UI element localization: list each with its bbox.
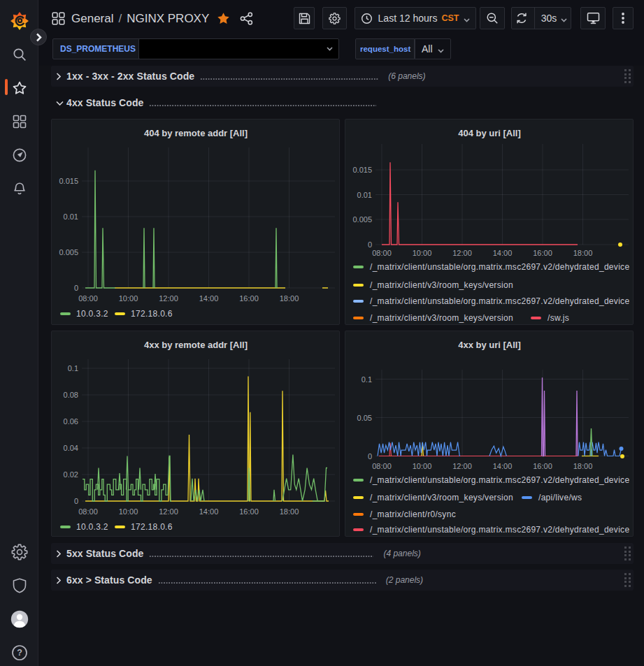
svg-text:14:00: 14:00	[199, 507, 219, 516]
svg-text:12:00: 12:00	[159, 294, 178, 303]
svg-text:10.0.3.2: 10.0.3.2	[76, 522, 108, 532]
svg-text:0.1: 0.1	[362, 375, 372, 384]
svg-text:/api/live/ws: /api/live/ws	[538, 493, 582, 502]
svg-text:08:00: 08:00	[78, 507, 98, 516]
svg-text:/_matrix/client/r0/sync: /_matrix/client/r0/sync	[370, 509, 456, 519]
svg-text:404 by remote addr [All]: 404 by remote addr [All]	[144, 128, 248, 138]
svg-text:0.05: 0.05	[357, 414, 372, 422]
svg-text:/_matrix/client/v3/room_keys/v: /_matrix/client/v3/room_keys/version	[370, 493, 513, 502]
svg-text:?: ?	[17, 648, 22, 658]
svg-text:404 by uri [All]: 404 by uri [All]	[458, 128, 521, 138]
svg-text:16:00: 16:00	[239, 294, 259, 303]
svg-text:/_matrix/client/v3/room_keys/v: /_matrix/client/v3/room_keys/version	[370, 280, 513, 290]
svg-text:/_matrix/client/unstable/org.m: /_matrix/client/unstable/org.matrix.msc2…	[370, 296, 629, 306]
svg-text:16:00: 16:00	[533, 462, 552, 470]
svg-text:/_matrix/client/unstable/org.m: /_matrix/client/unstable/org.matrix.msc2…	[370, 525, 629, 535]
svg-text:08:00: 08:00	[78, 294, 98, 303]
svg-text:08:00: 08:00	[372, 249, 392, 257]
svg-text:12:00: 12:00	[452, 249, 472, 257]
svg-text:08:00: 08:00	[372, 462, 392, 470]
svg-text:4xx by remote addr [All]: 4xx by remote addr [All]	[144, 340, 248, 350]
svg-text:18:00: 18:00	[280, 294, 299, 303]
svg-text:12:00: 12:00	[159, 507, 178, 516]
svg-text:0.015: 0.015	[59, 177, 78, 185]
svg-text:0.02: 0.02	[64, 470, 78, 479]
svg-text:0: 0	[74, 284, 78, 292]
svg-text:12:00: 12:00	[452, 462, 472, 470]
svg-text:10:00: 10:00	[119, 294, 138, 303]
svg-text:18:00: 18:00	[573, 462, 593, 470]
svg-text:/_matrix/client/unstable/org.m: /_matrix/client/unstable/org.matrix.msc2…	[370, 262, 629, 272]
svg-text:14:00: 14:00	[493, 462, 513, 470]
svg-text:0.005: 0.005	[59, 248, 78, 256]
svg-text:16:00: 16:00	[533, 249, 552, 257]
svg-text:0.06: 0.06	[64, 417, 78, 426]
svg-text:18:00: 18:00	[573, 249, 593, 257]
svg-text:0.01: 0.01	[357, 191, 372, 199]
svg-text:10.0.3.2: 10.0.3.2	[76, 309, 108, 319]
svg-text:0.08: 0.08	[64, 391, 78, 399]
svg-text:0: 0	[368, 240, 372, 249]
svg-text:0: 0	[74, 497, 78, 505]
svg-text:172.18.0.6: 172.18.0.6	[131, 522, 173, 532]
svg-text:0.01: 0.01	[64, 212, 78, 221]
svg-text:/_matrix/client/unstable/org.m: /_matrix/client/unstable/org.matrix.msc2…	[370, 475, 629, 485]
svg-text:172.18.0.6: 172.18.0.6	[131, 309, 173, 319]
svg-text:/_matrix/client/v3/room_keys/v: /_matrix/client/v3/room_keys/version	[370, 313, 513, 323]
svg-text:14:00: 14:00	[493, 249, 513, 257]
svg-text:18:00: 18:00	[280, 507, 299, 516]
svg-text:10:00: 10:00	[119, 507, 138, 516]
svg-text:10:00: 10:00	[413, 462, 432, 470]
svg-text:16:00: 16:00	[239, 507, 259, 516]
svg-text:0.005: 0.005	[352, 215, 372, 224]
svg-text:0: 0	[368, 452, 372, 461]
svg-text:0.015: 0.015	[352, 166, 372, 174]
svg-text:0.1: 0.1	[68, 364, 78, 372]
svg-text:/sw.js: /sw.js	[548, 313, 569, 323]
svg-text:10:00: 10:00	[413, 249, 432, 257]
svg-text:0.04: 0.04	[64, 444, 78, 452]
svg-text:4xx by uri [All]: 4xx by uri [All]	[458, 340, 521, 350]
svg-text:14:00: 14:00	[199, 294, 219, 303]
